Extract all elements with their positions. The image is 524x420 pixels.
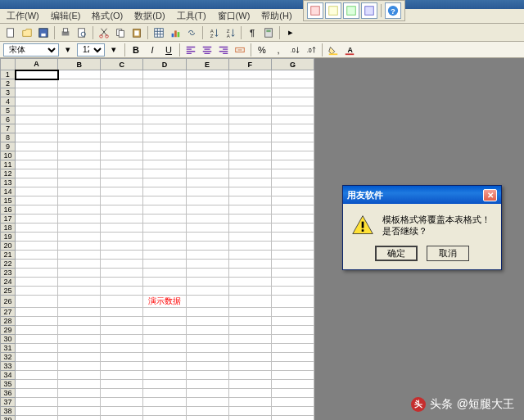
cell-C17[interactable] — [101, 215, 143, 224]
sheet-grid[interactable]: ABCDEFG123456789101112131415161718192021… — [0, 58, 314, 420]
cell-A34[interactable] — [16, 371, 58, 380]
cell-G28[interactable] — [271, 317, 314, 326]
cell-G22[interactable] — [271, 260, 314, 269]
cell-D28[interactable] — [143, 317, 186, 326]
cell-D11[interactable] — [143, 160, 186, 169]
font-name-combo[interactable]: 宋体 — [3, 43, 59, 56]
cell-C9[interactable] — [101, 142, 143, 151]
cell-D38[interactable] — [143, 407, 186, 416]
quick-btn-1[interactable] — [307, 2, 323, 19]
cell-G9[interactable] — [271, 142, 314, 151]
cell-F27[interactable] — [228, 308, 271, 317]
cell-F19[interactable] — [228, 233, 271, 242]
cell-G34[interactable] — [271, 371, 314, 380]
menu-window[interactable]: 窗口(W) — [213, 8, 255, 24]
cell-F26[interactable] — [228, 296, 271, 308]
cell-C38[interactable] — [101, 407, 143, 416]
quick-btn-2[interactable] — [325, 2, 341, 19]
cell-F39[interactable] — [228, 416, 271, 421]
cell-A19[interactable] — [16, 233, 58, 242]
cell-B35[interactable] — [58, 380, 101, 389]
cell-G23[interactable] — [271, 269, 314, 278]
cell-G8[interactable] — [271, 133, 314, 142]
cell-D1[interactable] — [143, 70, 186, 79]
cell-A26[interactable] — [16, 296, 58, 308]
col-header-D[interactable]: D — [143, 59, 186, 70]
cell-G18[interactable] — [271, 224, 314, 233]
cell-B15[interactable] — [58, 196, 101, 205]
row-header-34[interactable]: 34 — [1, 371, 16, 380]
cell-C21[interactable] — [101, 251, 143, 260]
cell-E32[interactable] — [186, 353, 228, 362]
cell-D16[interactable] — [143, 205, 186, 215]
cell-F10[interactable] — [228, 151, 271, 160]
cell-F17[interactable] — [228, 215, 271, 224]
cell-G25[interactable] — [271, 287, 314, 296]
cell-A13[interactable] — [16, 178, 58, 187]
cell-A6[interactable] — [16, 115, 58, 124]
cell-F6[interactable] — [228, 115, 271, 124]
cell-E6[interactable] — [186, 115, 228, 124]
cell-G4[interactable] — [271, 97, 314, 106]
cell-B4[interactable] — [58, 97, 101, 106]
cell-A2[interactable] — [16, 79, 58, 88]
cell-G16[interactable] — [271, 205, 314, 215]
cell-B34[interactable] — [58, 371, 101, 380]
cell-F16[interactable] — [228, 205, 271, 215]
cell-B25[interactable] — [58, 287, 101, 296]
cell-D29[interactable] — [143, 326, 186, 335]
cell-C27[interactable] — [101, 308, 143, 317]
quick-btn-3[interactable] — [343, 2, 359, 19]
row-header-18[interactable]: 18 — [1, 224, 16, 233]
cell-A29[interactable] — [16, 326, 58, 335]
cell-D2[interactable] — [143, 79, 186, 88]
cell-B39[interactable] — [58, 416, 101, 421]
cell-F12[interactable] — [228, 169, 271, 178]
cell-E2[interactable] — [186, 79, 228, 88]
cell-F36[interactable] — [228, 389, 271, 398]
cell-C23[interactable] — [101, 269, 143, 278]
menu-format[interactable]: 格式(O) — [87, 8, 128, 24]
cell-B31[interactable] — [58, 344, 101, 353]
cell-C29[interactable] — [101, 326, 143, 335]
menu-data[interactable]: 数据(D) — [129, 8, 169, 24]
cell-E27[interactable] — [186, 308, 228, 317]
row-header-33[interactable]: 33 — [1, 362, 16, 371]
menu-help[interactable]: 帮助(H) — [256, 8, 296, 24]
cell-C1[interactable] — [101, 70, 143, 79]
cell-B2[interactable] — [58, 79, 101, 88]
italic-button[interactable]: I — [145, 43, 160, 57]
preview-icon[interactable] — [75, 25, 89, 40]
cell-F4[interactable] — [228, 97, 271, 106]
cell-A4[interactable] — [16, 97, 58, 106]
cell-D33[interactable] — [143, 362, 186, 371]
cell-B29[interactable] — [58, 326, 101, 335]
row-header-6[interactable]: 6 — [1, 115, 16, 124]
cell-F38[interactable] — [228, 407, 271, 416]
cell-C10[interactable] — [101, 151, 143, 160]
chart-icon[interactable] — [168, 25, 183, 40]
cell-D12[interactable] — [143, 169, 186, 178]
cell-A20[interactable] — [16, 242, 58, 251]
cell-F8[interactable] — [228, 133, 271, 142]
cell-C12[interactable] — [101, 169, 143, 178]
cell-B32[interactable] — [58, 353, 101, 362]
inc-decimal-icon[interactable]: .0 — [287, 43, 302, 57]
cell-E10[interactable] — [186, 151, 228, 160]
cell-B1[interactable] — [58, 70, 101, 79]
percent-button[interactable]: % — [255, 43, 269, 57]
table-icon[interactable] — [151, 25, 166, 40]
cell-C8[interactable] — [101, 133, 143, 142]
cell-B27[interactable] — [58, 308, 101, 317]
cell-D23[interactable] — [143, 269, 186, 278]
bold-button[interactable]: B — [129, 43, 143, 57]
cell-G15[interactable] — [271, 196, 314, 205]
cell-B24[interactable] — [58, 278, 101, 287]
cell-E13[interactable] — [186, 178, 228, 187]
cell-F30[interactable] — [228, 335, 271, 344]
cell-C33[interactable] — [101, 362, 143, 371]
row-header-17[interactable]: 17 — [1, 215, 16, 224]
cell-C24[interactable] — [101, 278, 143, 287]
row-header-24[interactable]: 24 — [1, 278, 16, 287]
row-header-15[interactable]: 15 — [1, 196, 16, 205]
